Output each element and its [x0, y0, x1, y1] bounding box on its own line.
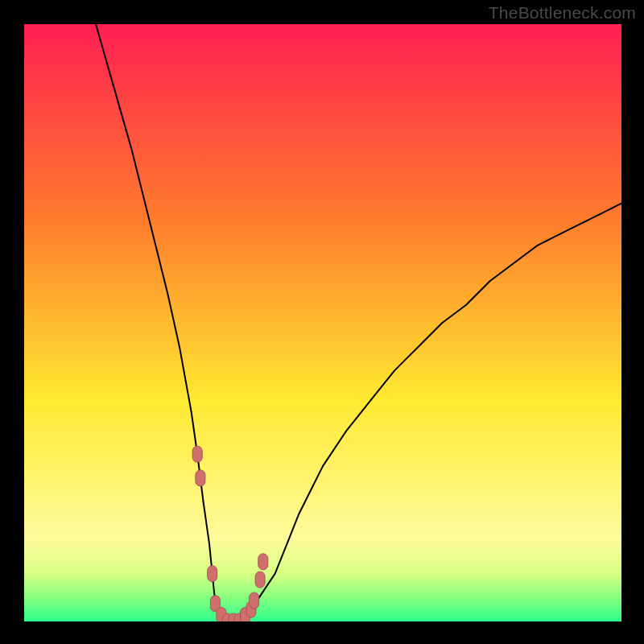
- watermark-text: TheBottleneck.com: [489, 3, 636, 23]
- highlight-marker: [255, 572, 265, 588]
- highlight-marker: [258, 554, 268, 570]
- highlight-marker: [208, 566, 217, 582]
- highlight-marker: [192, 446, 202, 462]
- chart-background: [24, 24, 621, 621]
- highlight-marker: [196, 470, 205, 486]
- bottleneck-chart: [24, 24, 621, 621]
- highlight-marker: [250, 592, 259, 609]
- chart-container: [24, 24, 621, 621]
